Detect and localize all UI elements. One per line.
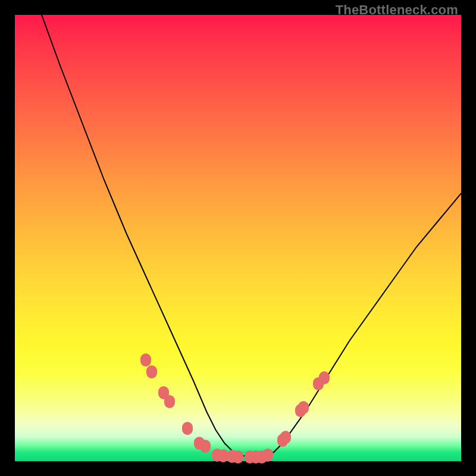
marker-point — [298, 401, 309, 414]
marker-point — [140, 353, 151, 367]
plot-area — [15, 15, 461, 461]
watermark-text: TheBottleneck.com — [336, 2, 458, 18]
marker-point — [200, 440, 211, 453]
marker-point — [146, 365, 157, 378]
marker-point — [182, 422, 193, 435]
marker-point — [233, 450, 243, 464]
marker-point — [262, 449, 273, 462]
marker-point — [280, 431, 291, 444]
bottleneck-curve — [15, 15, 461, 461]
marker-point — [319, 371, 330, 384]
marker-point — [164, 395, 175, 408]
